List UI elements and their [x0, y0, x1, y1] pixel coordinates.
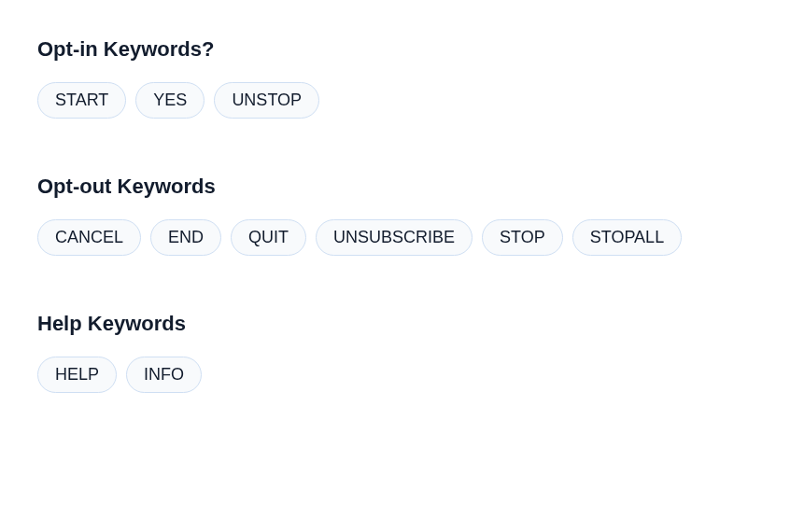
optin-keywords-row: START YES UNSTOP: [37, 82, 753, 119]
optout-keywords-section: Opt-out Keywords CANCEL END QUIT UNSUBSC…: [37, 175, 753, 256]
optin-keyword-pill[interactable]: START: [37, 82, 126, 119]
optin-keyword-pill[interactable]: YES: [135, 82, 205, 119]
optout-keyword-pill[interactable]: QUIT: [231, 219, 306, 256]
optout-keyword-pill[interactable]: END: [150, 219, 221, 256]
optout-keyword-pill[interactable]: CANCEL: [37, 219, 141, 256]
help-keywords-section: Help Keywords HELP INFO: [37, 312, 753, 393]
optout-keyword-pill[interactable]: STOP: [482, 219, 563, 256]
optout-keyword-pill[interactable]: UNSUBSCRIBE: [316, 219, 473, 256]
help-keyword-pill[interactable]: HELP: [37, 357, 117, 393]
optin-keywords-title: Opt-in Keywords?: [37, 37, 753, 62]
optin-keyword-pill[interactable]: UNSTOP: [214, 82, 319, 119]
help-keywords-title: Help Keywords: [37, 312, 753, 336]
optout-keywords-title: Opt-out Keywords: [37, 175, 753, 199]
help-keywords-row: HELP INFO: [37, 357, 753, 393]
optout-keywords-row: CANCEL END QUIT UNSUBSCRIBE STOP STOPALL: [37, 219, 753, 256]
optin-keywords-section: Opt-in Keywords? START YES UNSTOP: [37, 37, 753, 119]
help-keyword-pill[interactable]: INFO: [126, 357, 202, 393]
optout-keyword-pill[interactable]: STOPALL: [572, 219, 682, 256]
